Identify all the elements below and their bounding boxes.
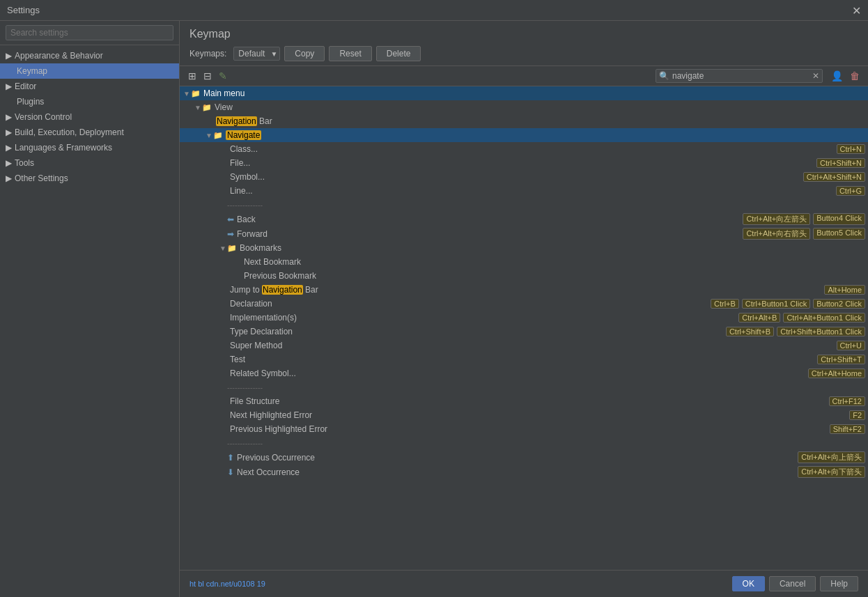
sidebar-search-input[interactable] (6, 25, 173, 40)
shortcut-badge: Ctrl+Button1 Click (742, 299, 810, 309)
separator-text: -------------- (227, 201, 263, 209)
ok-button[interactable]: OK (732, 576, 765, 591)
shortcut-badge: Ctrl+Alt+B (738, 313, 780, 323)
tree-row-next-highlighted-error[interactable]: Next Highlighted Error F2 (180, 408, 868, 422)
copy-button[interactable]: Copy (284, 46, 325, 61)
arrow-icon: ▶ (6, 82, 12, 91)
node-label: Next Highlighted Error (230, 410, 849, 420)
sidebar-item-label: Appearance & Behavior (15, 51, 103, 61)
shortcut-badge: Ctrl+B (711, 299, 739, 309)
tree-row-navigation-bar[interactable]: Navigation Bar (180, 114, 868, 128)
delete-button[interactable]: Delete (376, 46, 421, 61)
shortcuts: Ctrl+Alt+向右箭头 Button5 Click (743, 228, 865, 240)
tree-row-navigate[interactable]: ▼ 📁 Navigate (180, 128, 868, 142)
tree-row-next-occurrence[interactable]: ⬇ Next Occurrence Ctrl+Alt+向下箭头 (180, 465, 868, 479)
shortcuts: Shift+F2 (830, 424, 865, 434)
tree-row-test[interactable]: Test Ctrl+Shift+T (180, 352, 868, 366)
sidebar-item-version-control[interactable]: ▶ Version Control (0, 109, 179, 125)
user-icon[interactable]: 👤 (830, 69, 844, 83)
sidebar-item-languages[interactable]: ▶ Languages & Frameworks (0, 140, 179, 155)
content-header: Keymap Keymaps: Default ▼ Copy Reset Del… (180, 21, 868, 66)
expand-all-icon[interactable]: ⊞ (187, 69, 198, 83)
tree-row-next-bookmark[interactable]: Next Bookmark (180, 255, 868, 269)
node-label: Line... (230, 186, 836, 196)
tree-row-declaration[interactable]: Declaration Ctrl+B Ctrl+Button1 Click Bu… (180, 297, 868, 311)
sidebar-item-editor[interactable]: ▶ Editor (0, 79, 179, 94)
tree-row-type-declaration[interactable]: Type Declaration Ctrl+Shift+B Ctrl+Shift… (180, 325, 868, 339)
help-button[interactable]: Help (820, 576, 858, 591)
node-label: Navigation Bar (216, 116, 865, 126)
sidebar-item-tools[interactable]: ▶ Tools (0, 155, 179, 171)
down-arrow-icon: ⬇ (227, 467, 234, 477)
shortcut-badge: Ctrl+N (837, 144, 865, 154)
expand-icon: ▼ (194, 104, 202, 111)
edit-icon[interactable]: ✎ (217, 69, 228, 83)
help-link[interactable]: ht bl cdn.net/u0108 19 (189, 580, 265, 588)
node-label: Back (237, 215, 743, 224)
bottom-bar: ht bl cdn.net/u0108 19 OK Cancel Help (180, 570, 868, 597)
shortcut-badge: Button5 Click (813, 228, 865, 240)
tree-row-jump-nav[interactable]: Jump to Navigation Bar Alt+Home (180, 283, 868, 297)
tree-row-implementation[interactable]: Implementation(s) Ctrl+Alt+B Ctrl+Alt+Bu… (180, 311, 868, 325)
node-label: Previous Bookmark (244, 271, 865, 281)
tree-separator: -------------- (180, 436, 868, 450)
sidebar-item-other[interactable]: ▶ Other Settings (0, 171, 179, 186)
arrow-icon: ▶ (6, 127, 12, 137)
shortcut-badge: Ctrl+Alt+Home (808, 369, 865, 378)
shortcut-badge: Button4 Click (813, 213, 865, 225)
shortcut-badge: Ctrl+Alt+向左箭头 (743, 213, 810, 225)
forward-icon: ➡ (227, 229, 234, 239)
search-icon: 🔍 (659, 71, 669, 81)
tree-row-prev-highlighted-error[interactable]: Previous Highlighted Error Shift+F2 (180, 422, 868, 436)
sidebar-item-plugins[interactable]: Plugins (0, 94, 179, 109)
keymap-toolbar: Keymaps: Default ▼ Copy Reset Delete (189, 46, 858, 61)
reset-button[interactable]: Reset (329, 46, 371, 61)
sidebar-item-build[interactable]: ▶ Build, Execution, Deployment (0, 125, 179, 140)
tree-row-prev-occurrence[interactable]: ⬆ Previous Occurrence Ctrl+Alt+向上箭头 (180, 450, 868, 465)
keymap-select[interactable]: Default (233, 47, 280, 61)
tree-separator: -------------- (180, 198, 868, 212)
cancel-button[interactable]: Cancel (769, 576, 816, 591)
collapse-all-icon[interactable]: ⊟ (202, 69, 213, 83)
tree-row-symbol[interactable]: Symbol... Ctrl+Alt+Shift+N (180, 170, 868, 184)
shortcut-badge: Ctrl+Alt+Button1 Click (783, 313, 865, 323)
sidebar-item-appearance[interactable]: ▶ Appearance & Behavior (0, 48, 179, 63)
shortcut-badge: Ctrl+Alt+Shift+N (803, 172, 865, 182)
node-label: Related Symbol... (230, 369, 808, 378)
sidebar-item-label: Build, Execution, Deployment (15, 127, 124, 137)
node-label: Main menu (203, 88, 865, 98)
tree-row-prev-bookmark[interactable]: Previous Bookmark (180, 269, 868, 283)
tree-row-line[interactable]: Line... Ctrl+G (180, 184, 868, 198)
shortcut-badge: Button2 Click (813, 299, 865, 309)
tree-row-file-structure[interactable]: File Structure Ctrl+F12 (180, 394, 868, 408)
tree-row-super-method[interactable]: Super Method Ctrl+U (180, 339, 868, 352)
tree-row-class[interactable]: Class... Ctrl+N (180, 142, 868, 156)
trash-icon[interactable]: 🗑 (848, 69, 861, 83)
sidebar-item-label: Tools (15, 158, 34, 168)
tree-row-file[interactable]: File... Ctrl+Shift+N (180, 156, 868, 170)
node-label: Next Bookmark (244, 257, 865, 267)
tree-row-forward[interactable]: ➡ Forward Ctrl+Alt+向右箭头 Button5 Click (180, 226, 868, 241)
settings-window: Settings ✕ ▶ Appearance & Behavior Keyma… (0, 0, 868, 597)
expand-icon: ▼ (219, 245, 227, 252)
tree-row-back[interactable]: ⬅ Back Ctrl+Alt+向左箭头 Button4 Click (180, 212, 868, 226)
content-area: Keymap Keymaps: Default ▼ Copy Reset Del… (180, 21, 868, 597)
shortcuts: Ctrl+N (837, 144, 865, 154)
tree-row-view[interactable]: ▼ 📁 View (180, 100, 868, 114)
tree-row-related-symbol[interactable]: Related Symbol... Ctrl+Alt+Home (180, 366, 868, 380)
clear-icon[interactable]: ✕ (812, 71, 819, 81)
folder-icon: 📁 (202, 103, 212, 112)
tree-row-main-menu[interactable]: ▼ 📁 Main menu (180, 86, 868, 100)
sidebar-item-keymap[interactable]: Keymap (0, 63, 179, 79)
tree-toolbar: ⊞ ⊟ ✎ 🔍 ✕ 👤 🗑 (180, 66, 868, 86)
node-label: Navigate (226, 130, 865, 140)
search-input[interactable] (672, 71, 812, 81)
shortcuts: F2 (849, 410, 865, 420)
sidebar-item-label: Plugins (17, 97, 44, 107)
tree-row-bookmarks[interactable]: ▼ 📁 Bookmarks (180, 241, 868, 255)
arrow-icon: ▶ (6, 173, 12, 183)
close-button[interactable]: ✕ (852, 3, 861, 17)
shortcuts: Ctrl+Alt+Home (808, 369, 865, 378)
window-title: Settings (7, 5, 40, 15)
tree-container[interactable]: ▼ 📁 Main menu ▼ 📁 View Navigation Bar (180, 86, 868, 570)
